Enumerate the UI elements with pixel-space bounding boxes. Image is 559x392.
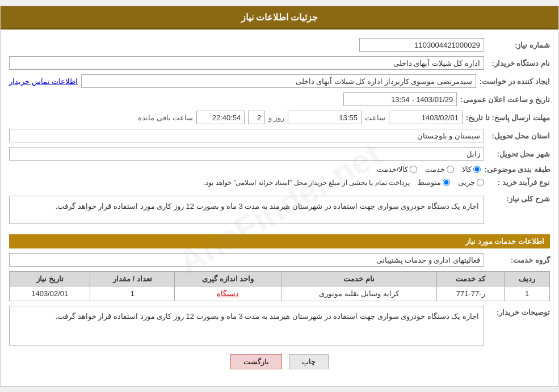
purchase-option-medium-label: متوسط [418, 178, 441, 187]
col-code: کد خدمت [437, 272, 505, 286]
province-value: سیستان و بلوچستان [9, 129, 484, 142]
description-value: اجاره یک دستگاه خودروی سواری جهت استفاده… [9, 196, 484, 224]
cell-date: 1403/02/01 [10, 286, 90, 301]
category-row: طبقه بندی موضوعی: کالا خدمت کالا/خدمت [9, 165, 550, 174]
buyer-description-label: توصیحات خریدار: [487, 306, 550, 317]
purchase-radio-group: جزیی متوسط پرداخت تمام یا بخشی از مبلغ خ… [204, 178, 484, 187]
purchase-note: پرداخت تمام یا بخشی از مبلغ خریداز محل "… [204, 179, 410, 187]
category-option-both-label: کالا/خدمت [377, 165, 409, 174]
page-container: جزئیات اطلاعات نیاز AnaFinder.net شماره … [0, 6, 559, 387]
remaining-time-label: ساعت باقی مانده [138, 113, 193, 122]
table-header-row: ردیف کد خدمت نام خدمت واحد اندازه گیری ت… [10, 272, 550, 286]
cell-code: ز-77-771 [437, 286, 505, 301]
city-row: شهر محل تحویل: زابل [9, 147, 550, 161]
cell-name: کرایه وسایل نقلیه موتوری [281, 286, 437, 301]
table-row: 1 ز-77-771 کرایه وسایل نقلیه موتوری دستگ… [10, 286, 550, 301]
category-option-3: کالا/خدمت [377, 165, 418, 174]
city-value: زابل [9, 147, 484, 161]
services-table: ردیف کد خدمت نام خدمت واحد اندازه گیری ت… [9, 271, 550, 301]
print-button[interactable]: چاپ [289, 354, 329, 369]
province-row: استان محل تحویل: سیستان و بلوچستان [9, 129, 550, 142]
creator-label: ایجاد کننده در خواست: [480, 77, 550, 86]
buyer-description-row: توصیحات خریدار: اجاره یک دستگاه خودروی س… [9, 306, 550, 345]
col-date: تاریخ نیاز [10, 272, 90, 286]
category-option-1: کالا [462, 165, 481, 174]
page-header: جزئیات اطلاعات نیاز [1, 6, 558, 29]
province-label: استان محل تحویل: [487, 132, 550, 140]
service-group-value: فعالیتهای اداری و خدمات پشتیبانی [9, 253, 484, 267]
category-radio-kala[interactable] [473, 166, 481, 173]
remaining-days-label: روز و [268, 113, 284, 122]
category-option-2: خدمت [425, 165, 454, 174]
service-group-label: گروه خدمت: [487, 256, 550, 264]
category-radio-both[interactable] [410, 166, 417, 173]
services-table-section: ردیف کد خدمت نام خدمت واحد اندازه گیری ت… [9, 271, 550, 301]
announce-date-row: تاریخ و ساعت اعلان عمومی: 1403/01/29 - 1… [9, 92, 550, 106]
button-row: چاپ بازگشت [9, 354, 550, 378]
buyer-description-value: اجاره یک دستگاه خودروی سواری جهت استفاده… [56, 312, 479, 321]
remaining-time: 22:40:54 [196, 111, 245, 124]
description-section: شرح کلی نیاز: اجاره یک دستگاه خودروی سوا… [9, 191, 550, 229]
col-row: ردیف [505, 272, 550, 286]
purchase-option-partial-label: جزیی [458, 178, 475, 187]
col-name: نام خدمت [281, 272, 437, 286]
need-number-label: شماره نیاز: [487, 41, 550, 49]
purchase-option-2: متوسط [418, 178, 450, 187]
buyer-description-box: اجاره یک دستگاه خودروی سواری جهت استفاده… [9, 306, 484, 345]
category-option-service-label: خدمت [425, 165, 445, 174]
category-radio-service[interactable] [447, 166, 454, 173]
response-deadline-row: مهلت ارسال پاسخ: تا تاریخ: 1403/02/01 سا… [9, 111, 550, 124]
purchase-radio-medium[interactable] [443, 179, 450, 186]
need-number-value: 1103004421000029 [359, 38, 484, 52]
col-unit: واحد اندازه گیری [175, 272, 281, 286]
need-number-row: شماره نیاز: 1103004421000029 [9, 38, 550, 52]
response-time-label: ساعت [365, 113, 385, 122]
creator-row: ایجاد کننده در خواست: سیدمرتضی موسوی کار… [9, 74, 550, 88]
remaining-days: 2 [248, 111, 265, 124]
announce-date-label: تاریخ و ساعت اعلان عمومی: [460, 95, 550, 104]
announce-date-value: 1403/01/29 - 13:54 [343, 92, 457, 106]
purchase-option-1: جزیی [458, 178, 484, 187]
response-time: 13:55 [288, 111, 362, 124]
response-deadline-label: مهلت ارسال پاسخ: تا تاریخ: [466, 113, 550, 122]
creator-value: سیدمرتضی موسوی کاربرداز اداره کل شیلات آ… [81, 74, 476, 88]
creator-link[interactable]: اطلاعات تماس خریدار [9, 77, 78, 86]
page-title: جزئیات اطلاعات نیاز [241, 12, 318, 22]
city-label: شهر محل تحویل: [487, 150, 550, 158]
cell-row: 1 [505, 286, 550, 301]
requester-label: نام دستگاه خریدار: [487, 59, 550, 68]
requester-value: اداره کل شیلات آبهای داخلی [9, 56, 484, 70]
category-option-kala-label: کالا [462, 165, 472, 174]
back-button[interactable]: بازگشت [230, 354, 282, 369]
category-radio-group: کالا خدمت کالا/خدمت [377, 165, 481, 174]
cell-qty: 1 [90, 286, 175, 301]
service-group-row: گروه خدمت: فعالیتهای اداری و خدمات پشتیب… [9, 253, 550, 267]
purchase-type-row: نوع فرآیند خرید : جزیی متوسط پرداخت تمام… [9, 178, 550, 187]
content-area: AnaFinder.net شماره نیاز: 11030044210000… [1, 29, 558, 386]
services-section-title: اطلاعات خدمات مورد نیاز [9, 234, 550, 248]
cell-unit: دستگاه [175, 286, 281, 301]
requester-row: نام دستگاه خریدار: اداره کل شیلات آبهای … [9, 56, 550, 70]
description-label: شرح کلی نیاز: [487, 191, 550, 203]
purchase-radio-partial[interactable] [477, 179, 484, 186]
response-date: 1403/02/01 [389, 111, 463, 124]
col-qty: تعداد / مقدار [90, 272, 175, 286]
purchase-type-label: نوع فرآیند خرید : [487, 178, 550, 187]
category-label: طبقه بندی موضوعی: [484, 165, 550, 174]
